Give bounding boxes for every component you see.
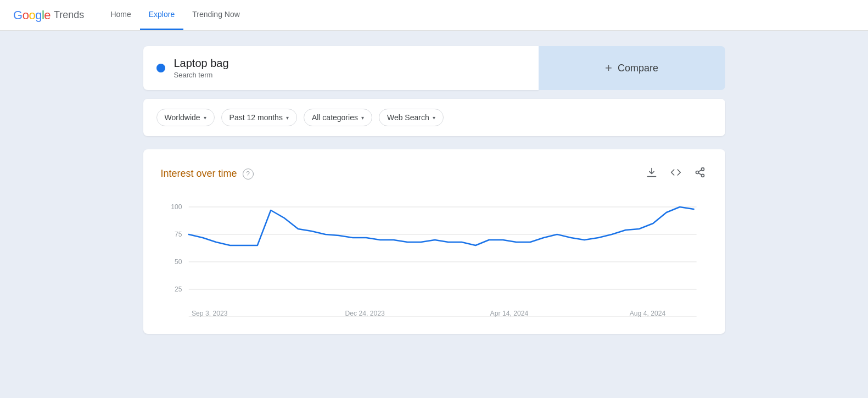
share-button[interactable] xyxy=(692,165,708,183)
svg-text:Dec 24, 2023: Dec 24, 2023 xyxy=(345,310,385,317)
search-term-dot xyxy=(156,64,165,72)
filter-time-label: Past 12 months xyxy=(229,113,283,122)
svg-text:Apr 14, 2024: Apr 14, 2024 xyxy=(490,310,528,317)
header: Google Trends Home Explore Trending Now xyxy=(0,0,868,31)
svg-text:50: 50 xyxy=(175,258,182,266)
chevron-down-icon: ▾ xyxy=(361,115,364,121)
compare-card[interactable]: + Compare xyxy=(539,46,725,90)
filter-region[interactable]: Worldwide ▾ xyxy=(156,109,215,126)
filter-search-type-label: Web Search xyxy=(387,113,429,122)
chevron-down-icon: ▾ xyxy=(286,115,289,121)
chart-actions xyxy=(644,165,708,183)
filter-time[interactable]: Past 12 months ▾ xyxy=(221,109,297,126)
trend-line xyxy=(188,207,693,245)
chart-card: Interest over time ? xyxy=(143,149,725,334)
chart-title: Interest over time xyxy=(161,168,237,180)
search-term-info: Laptop bag Search term xyxy=(174,57,229,79)
chart-header: Interest over time ? xyxy=(161,165,708,183)
filter-row: Worldwide ▾ Past 12 months ▾ All categor… xyxy=(143,99,725,136)
compare-plus-icon: + xyxy=(605,61,612,75)
embed-button[interactable] xyxy=(668,165,684,183)
google-logo: Google xyxy=(13,8,51,23)
chart-area: 100 75 50 25 Sep 3, 2023 Dec 24, 2023 Ap… xyxy=(161,196,708,318)
filter-category[interactable]: All categories ▾ xyxy=(304,109,372,126)
main-content: Laptop bag Search term + Compare Worldwi… xyxy=(143,31,725,349)
svg-text:100: 100 xyxy=(171,203,182,211)
logo-area: Google Trends xyxy=(13,8,84,23)
svg-text:Aug 4, 2024: Aug 4, 2024 xyxy=(629,310,665,317)
compare-label: Compare xyxy=(618,63,658,74)
help-icon[interactable]: ? xyxy=(243,169,254,180)
chevron-down-icon: ▾ xyxy=(204,115,206,121)
svg-text:25: 25 xyxy=(175,285,182,293)
svg-line-4 xyxy=(698,170,702,171)
chevron-down-icon: ▾ xyxy=(433,115,435,121)
download-button[interactable] xyxy=(644,165,659,183)
nav-home[interactable]: Home xyxy=(102,0,139,30)
filter-category-label: All categories xyxy=(312,113,358,122)
svg-text:75: 75 xyxy=(175,231,182,238)
nav-explore[interactable]: Explore xyxy=(140,0,183,30)
svg-line-3 xyxy=(698,173,702,175)
search-term-name: Laptop bag xyxy=(174,57,229,70)
svg-text:Sep 3, 2023: Sep 3, 2023 xyxy=(191,310,227,317)
search-row: Laptop bag Search term + Compare xyxy=(143,46,725,90)
filter-region-label: Worldwide xyxy=(165,113,200,122)
nav-bar: Home Explore Trending Now xyxy=(102,0,248,30)
search-term-type: Search term xyxy=(174,71,229,79)
trend-chart: 100 75 50 25 Sep 3, 2023 Dec 24, 2023 Ap… xyxy=(161,196,708,317)
nav-trending-now[interactable]: Trending Now xyxy=(183,0,249,30)
chart-title-area: Interest over time ? xyxy=(161,168,254,180)
trends-logo-text: Trends xyxy=(54,9,84,21)
search-term-card: Laptop bag Search term xyxy=(143,46,539,90)
filter-search-type[interactable]: Web Search ▾ xyxy=(379,109,444,126)
